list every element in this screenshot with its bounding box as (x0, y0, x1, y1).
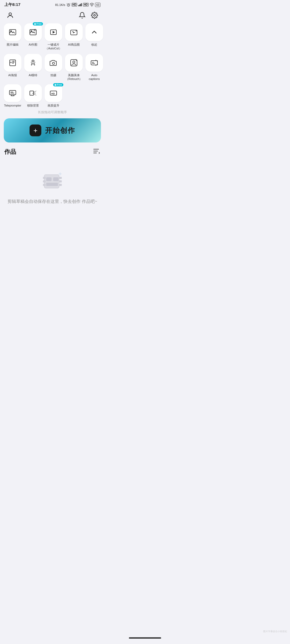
tool-image-edit[interactable]: 图片编辑 (4, 23, 21, 50)
svg-rect-4 (81, 3, 82, 6)
create-button[interactable]: + 开始创作 (4, 118, 101, 142)
tool-autocut[interactable]: 一键成片 （AutoCut） (45, 23, 62, 50)
tool-remove-bg[interactable]: 移除背景 (24, 84, 42, 107)
svg-text:AI: AI (75, 30, 77, 32)
svg-rect-23 (91, 61, 97, 65)
create-plus-icon: + (30, 125, 41, 136)
collapse-icon (90, 28, 99, 36)
status-right: 81.1K/s HD HD 43 (55, 3, 100, 7)
hd-signal-1: HD (72, 3, 77, 6)
svg-point-5 (92, 6, 92, 7)
camera-icon (49, 58, 58, 67)
svg-point-11 (31, 31, 32, 32)
tool-collapse[interactable]: 收起 (85, 23, 103, 50)
tool-ai-poster[interactable]: Ai AI海报 (4, 54, 21, 81)
tools-row-1: 图片编辑 Free AI AI作图 (4, 23, 101, 50)
tool-label-ai-model: AI模特 (29, 73, 37, 77)
tool-icon-beauty (65, 54, 83, 72)
svg-rect-38 (46, 177, 52, 181)
works-header: 作品 (4, 148, 100, 156)
tool-ai-draw[interactable]: Free AI AI作图 (24, 23, 42, 50)
svg-text:AI: AI (32, 64, 34, 65)
svg-rect-3 (80, 4, 81, 6)
tool-icon-ai-model: AI (24, 54, 42, 72)
tool-label-collapse: 收起 (91, 43, 97, 46)
svg-rect-34 (43, 184, 46, 186)
auto-captions-icon (90, 58, 99, 67)
sort-button[interactable] (93, 148, 100, 156)
tool-icon-teleprompter (4, 84, 21, 102)
svg-rect-33 (43, 180, 46, 182)
person-icon (6, 12, 14, 19)
svg-rect-39 (53, 177, 59, 181)
svg-point-6 (9, 13, 11, 15)
svg-point-9 (10, 31, 12, 32)
works-title: 作品 (4, 148, 16, 156)
empty-text: 剪辑草稿会自动保存在这里，快去创作 作品吧~ (8, 198, 97, 205)
wifi-icon (90, 3, 94, 7)
beauty-icon (70, 58, 78, 67)
create-btn-label: 开始创作 (45, 126, 75, 135)
profile-button[interactable] (5, 10, 15, 20)
notification-button[interactable] (77, 10, 87, 20)
svg-rect-35 (59, 177, 62, 179)
hd-signal-2: HD (83, 3, 88, 6)
svg-point-20 (52, 62, 55, 64)
film-strip-svg (40, 169, 64, 193)
tool-icon-ai-product: AI (65, 23, 83, 41)
svg-text:Ai: Ai (10, 61, 12, 64)
free-badge-hd: Free (53, 83, 63, 86)
ai-poster-icon: Ai (8, 58, 17, 67)
works-section: 作品 (0, 148, 105, 216)
image-edit-icon (8, 28, 17, 36)
tool-label-auto-captions: Auto captions (85, 73, 103, 81)
settings-button[interactable] (90, 10, 99, 20)
svg-point-7 (94, 14, 96, 16)
hint-text: 长按拖动可调整顺序 (0, 107, 105, 118)
tool-auto-captions[interactable]: Auto captions (85, 54, 103, 81)
status-bar: 上午8:17 81.1K/s HD HD 43 (0, 0, 105, 8)
tool-camera[interactable]: 拍摄 (45, 54, 62, 81)
tool-ai-model[interactable]: AI AI模特 (24, 54, 42, 81)
tool-icon-ai-draw: Free AI (24, 23, 42, 41)
tools-row-2: Ai AI海报 AI AI模特 (4, 54, 101, 81)
tool-icon-autocut (45, 23, 62, 41)
tool-ai-product[interactable]: AI AI商品图 (65, 23, 83, 50)
battery-icon: 43 (95, 3, 100, 7)
tool-hd-enhance[interactable]: Free HD 画质提升 (45, 84, 62, 107)
gear-icon (91, 12, 98, 19)
teleprompter-icon (8, 89, 17, 97)
autocut-icon (49, 28, 58, 36)
tool-teleprompter[interactable]: Teleprompter (4, 84, 21, 107)
tool-label-ai-draw: AI作图 (29, 43, 37, 46)
signal-icon (78, 3, 82, 7)
svg-rect-24 (9, 90, 16, 95)
tool-label-ai-product: AI商品图 (68, 43, 79, 46)
tool-icon-collapse (85, 23, 103, 41)
free-badge-ai-draw: Free (33, 22, 43, 25)
network-speed: 81.1K/s (55, 3, 65, 6)
svg-rect-32 (43, 177, 46, 179)
tool-label-teleprompter: Teleprompter (4, 104, 21, 107)
tool-label-autocut: 一键成片 （AutoCut） (45, 43, 62, 50)
tool-label-beauty: 美颜美体 （Retouch） (65, 73, 83, 81)
tool-label-hd-enhance: 画质提升 (48, 104, 59, 107)
tool-label-image-edit: 图片编辑 (7, 43, 19, 46)
tool-icon-camera (45, 54, 62, 72)
tool-label-camera: 拍摄 (50, 73, 56, 77)
svg-rect-40 (46, 183, 58, 186)
bell-icon (79, 12, 86, 19)
ai-product-icon: AI (70, 28, 78, 36)
tools-section: 图片编辑 Free AI AI作图 (0, 23, 105, 107)
svg-rect-1 (78, 5, 79, 6)
ai-model-icon: AI (29, 58, 37, 67)
tool-beauty[interactable]: 美颜美体 （Retouch） (65, 54, 83, 81)
svg-rect-31 (44, 175, 59, 188)
tool-icon-image-edit (4, 23, 21, 41)
top-nav (0, 8, 105, 23)
nav-right-icons (77, 10, 99, 20)
svg-text:HD: HD (51, 92, 55, 95)
tools-row-3: Teleprompter 移除背景 Free HD 画质提升 (4, 84, 101, 107)
film-icon (40, 169, 64, 193)
svg-rect-37 (59, 184, 62, 186)
